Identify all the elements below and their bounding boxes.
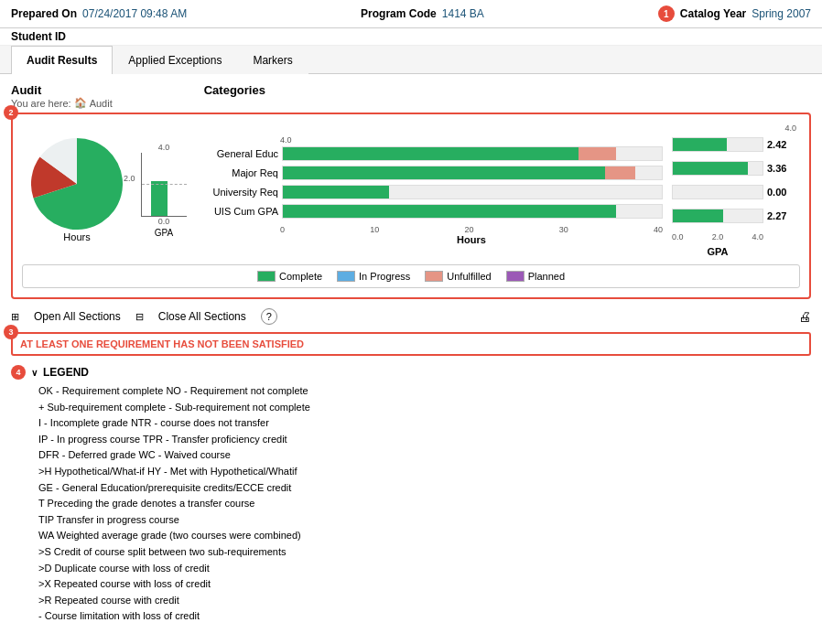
legend-item-8: TIP Transfer in progress course [38,512,811,529]
gpa-val-major-req: 3.36 [767,163,795,174]
main-content: Audit You are here: 🏠 Audit Categories 2 [0,74,822,634]
bar-label-uis-gpa: UIS Cum GPA [196,206,278,217]
legend-toggle[interactable]: 4 ∨ LEGEND [11,365,811,380]
bar-area-major-req [282,166,663,180]
bar-area-general-educ [282,146,663,161]
gpa-row-university-req: 0.00 [672,185,800,199]
chevron-down-icon: ∨ [31,368,38,378]
program-code: Program Code 1414 BA [361,7,484,20]
prepared-on-value: 07/24/2017 09:48 AM [82,7,187,20]
gpa-bar-uis-gpa [672,209,763,223]
bar-label-general-educ: General Educ [196,148,278,159]
legend-planned: Planned [506,271,565,282]
gpa-mid-label: 2.0 [124,174,135,183]
bar-area-uis-gpa [282,204,663,219]
program-code-label: Program Code [361,7,437,20]
section-header: Audit You are here: 🏠 Audit Categories [11,83,811,109]
header: Prepared On 07/24/2017 09:48 AM Program … [0,0,822,28]
gpa-row-major-req: 3.36 [672,161,800,176]
alert-text: AT LEAST ONE REQUIREMENT HAS NOT BEEN SA… [20,338,304,349]
legend-color-planned [506,271,525,282]
tab-markers[interactable]: Markers [237,46,308,74]
legend-in-progress: In Progress [337,271,410,282]
hours-bars: 4.0 General Educ Major Req [196,135,663,245]
legend-label-in-progress: In Progress [359,271,410,282]
audit-header: Audit You are here: 🏠 Audit [11,83,113,109]
legend-badge: 4 [11,365,26,380]
bar-green-general-educ [283,147,579,160]
legend-item-4: DFR - Deferred grade WC - Waived course [38,447,811,464]
catalog-year-label: Catalog Year [680,7,746,20]
legend-bar: Complete In Progress Unfulfilled Planned [22,264,800,288]
gpa-chart-label: GPA [155,228,173,238]
bar-row-major-req: Major Req [196,166,663,180]
bar-row-general-educ: General Educ [196,146,663,161]
prepared-on: Prepared On 07/24/2017 09:48 AM [11,7,187,20]
print-icon[interactable]: 🖨 [798,309,811,324]
bar-row-university-req: University Req [196,185,663,199]
pie-chart [31,138,123,230]
legend-body: OK - Requirement complete NO - Requireme… [11,383,811,625]
gpa-bar [151,181,168,216]
legend-item-3: IP - In progress course TPR - Transfer p… [38,432,811,448]
legend-item-0: OK - Requirement complete NO - Requireme… [38,383,811,400]
legend-label-unfulfilled: Unfulfilled [447,271,491,282]
controls-row: ⊞ Open All Sections ⊟ Close All Sections… [11,308,811,325]
gpa-bar-major-req [672,161,763,176]
help-icon[interactable]: ? [261,308,277,325]
open-all-icon: ⊞ [11,311,19,323]
gpa-top-label: 4.0 [158,143,170,152]
hours-axis-label: Hours [280,234,663,245]
legend-title: LEGEND [43,366,89,379]
legend-item-2: I - Incomplete grade NTR - course does n… [38,415,811,432]
bar-label-major-req: Major Req [196,167,278,178]
chart-badge: 2 [4,105,18,120]
tab-audit-results[interactable]: Audit Results [11,46,113,74]
breadcrumb: You are here: 🏠 Audit [11,97,113,109]
legend-item-7: T Preceding the grade denotes a transfer… [38,496,811,512]
chart-inner: Hours 4.0 2.0 0.0 GPA 4.0 [22,123,800,257]
small-gpa-chart: 4.0 2.0 0.0 GPA [141,143,187,238]
close-all-icon: ⊟ [135,311,144,323]
categories-title: Categories [204,83,265,97]
bar-salmon-general-educ [579,147,616,160]
pie-chart-container: Hours [22,138,132,242]
student-id-row: Student ID [0,28,822,46]
gpa-green-major-req [673,162,748,175]
breadcrumb-audit: Audit [90,98,113,109]
gpa-axis-label: GPA [672,246,763,257]
gpa-row-uis-gpa: 2.27 [672,209,800,223]
student-id-label: Student ID [11,30,66,43]
legend-item-13: >R Repeated course with credit [38,593,811,609]
legend-item-14: - Course limitation with loss of credit [38,608,811,625]
catalog-year-badge: 1 [658,5,675,22]
catalog-year: 1 Catalog Year Spring 2007 [658,5,811,22]
legend-label-complete: Complete [279,271,322,282]
bar-salmon-major-req [605,166,635,179]
audit-title: Audit [11,83,113,97]
gpa-bot-label: 0.0 [158,217,170,226]
tab-applied-exceptions[interactable]: Applied Exceptions [113,46,237,74]
legend-color-in-progress [337,271,355,282]
breadcrumb-label: You are here: [11,98,71,109]
gpa-green-uis-gpa [673,209,723,222]
alert-bar: 3 AT LEAST ONE REQUIREMENT HAS NOT BEEN … [11,332,811,356]
legend-section: 4 ∨ LEGEND OK - Requirement complete NO … [11,365,811,625]
gpa-row-general-educ: 2.42 [672,137,800,152]
legend-item-5: >H Hypothetical/What-if HY - Met with Hy… [38,464,811,480]
bar-area-university-req [282,185,663,199]
bar-green-major-req [283,166,605,179]
categories-header: Categories [204,83,265,109]
open-all-button[interactable]: Open All Sections [34,310,121,323]
legend-label-planned: Planned [528,271,565,282]
legend-item-12: >X Repeated course with loss of credit [38,576,811,593]
close-all-button[interactable]: Close All Sections [158,310,246,323]
gpa-bars: 4.0 2.42 3.36 [672,123,800,257]
gpa-bar-university-req [672,185,763,199]
legend-unfulfilled: Unfulfilled [425,271,491,282]
gpa-green-general-educ [673,138,727,151]
pie-label: Hours [63,231,90,242]
tab-bar: Audit Results Applied Exceptions Markers [0,46,822,74]
legend-item-1: + Sub-requirement complete - Sub-require… [38,400,811,416]
gpa-val-general-educ: 2.42 [767,139,795,150]
